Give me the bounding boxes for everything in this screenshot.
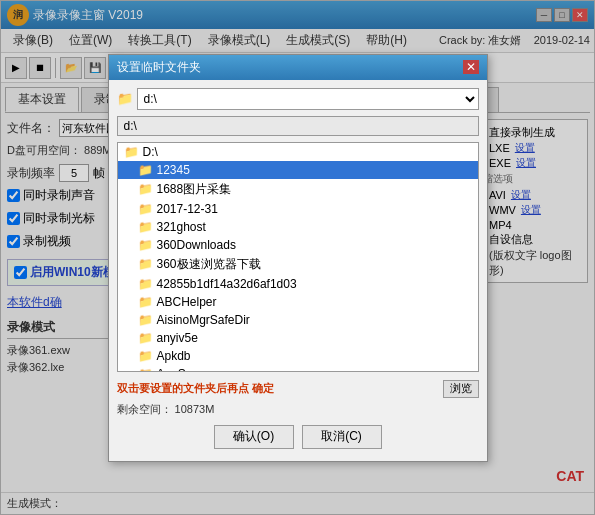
folder-icon-apkdb: 📁 xyxy=(138,349,153,363)
tree-label-aisino: AisinoMgrSafeDir xyxy=(157,313,250,327)
folder-icon-appsave: 📁 xyxy=(138,367,153,372)
dialog-title-bar: 设置临时文件夹 ✕ xyxy=(109,55,487,80)
tree-label-appsave: AppSave xyxy=(157,367,206,372)
tree-label-42855: 42855b1df14a32d6af1d03 xyxy=(157,277,297,291)
tree-label-1688: 1688图片采集 xyxy=(157,181,232,198)
cancel-button[interactable]: 取消(C) xyxy=(302,425,382,449)
tree-label-12345: 12345 xyxy=(157,163,190,177)
tree-item-anyiv5e[interactable]: 📁 anyiv5e xyxy=(118,329,478,347)
dialog-buttons: 确认(O) 取消(C) xyxy=(117,421,479,453)
space-info: 剩余空间： 10873M xyxy=(117,402,479,417)
ok-button[interactable]: 确认(O) xyxy=(214,425,294,449)
tree-item-aisino[interactable]: 📁 AisinoMgrSafeDir xyxy=(118,311,478,329)
dialog-body: 📁 d:\ d:\ 📁 D:\ xyxy=(109,80,487,380)
tree-item-2017[interactable]: 📁 2017-12-31 xyxy=(118,200,478,218)
space-label: 剩余空间： xyxy=(117,403,172,415)
tree-label-321ghost: 321ghost xyxy=(157,220,206,234)
current-path-text: d:\ xyxy=(124,119,137,133)
folder-icon-1688: 📁 xyxy=(138,182,153,196)
dialog-hint: 双击要设置的文件夹后再点 确定 xyxy=(117,381,274,396)
space-value: 10873M xyxy=(175,403,215,415)
tree-item-appsave[interactable]: 📁 AppSave xyxy=(118,365,478,372)
dialog-bottom: 双击要设置的文件夹后再点 确定 浏览 剩余空间： 10873M 确认(O) 取消… xyxy=(109,380,487,461)
tree-label-360dl: 360Downloads xyxy=(157,238,236,252)
tree-item-360dl[interactable]: 📁 360Downloads xyxy=(118,236,478,254)
drive-row: 📁 d:\ xyxy=(117,88,479,110)
folder-icon-12345: 📁 xyxy=(138,163,153,177)
tree-item-1688[interactable]: 📁 1688图片采集 xyxy=(118,179,478,200)
dialog-overlay: 设置临时文件夹 ✕ 📁 d:\ d:\ xyxy=(1,1,594,514)
tree-item-360browser[interactable]: 📁 360极速浏览器下载 xyxy=(118,254,478,275)
folder-icon-anyiv5e: 📁 xyxy=(138,331,153,345)
tree-label-apkdb: Apkdb xyxy=(157,349,191,363)
tree-label-abchelper: ABCHelper xyxy=(157,295,217,309)
tree-item-12345[interactable]: 📁 12345 xyxy=(118,161,478,179)
tree-item-abchelper[interactable]: 📁 ABCHelper xyxy=(118,293,478,311)
folder-icon-321ghost: 📁 xyxy=(138,220,153,234)
tree-label-anyiv5e: anyiv5e xyxy=(157,331,198,345)
tree-item-42855[interactable]: 📁 42855b1df14a32d6af1d03 xyxy=(118,275,478,293)
folder-icon-2017: 📁 xyxy=(138,202,153,216)
tree-item-321ghost[interactable]: 📁 321ghost xyxy=(118,218,478,236)
folder-icon-abchelper: 📁 xyxy=(138,295,153,309)
directory-tree[interactable]: 📁 D:\ 📁 12345 📁 1688图片采集 📁 2017-12-31 xyxy=(117,142,479,372)
folder-icon-360browser: 📁 xyxy=(138,257,153,271)
folder-icon-large: 📁 xyxy=(117,91,133,106)
tree-label-root: D:\ xyxy=(143,145,158,159)
dialog-close-button[interactable]: ✕ xyxy=(463,60,479,74)
tree-item-root[interactable]: 📁 D:\ xyxy=(118,143,478,161)
dialog-browse-btn[interactable]: 浏览 xyxy=(443,380,479,398)
dialog-title-text: 设置临时文件夹 xyxy=(117,59,201,76)
dialog-temp-folder: 设置临时文件夹 ✕ 📁 d:\ d:\ xyxy=(108,54,488,462)
folder-icon-root: 📁 xyxy=(124,145,139,159)
tree-label-2017: 2017-12-31 xyxy=(157,202,218,216)
current-path-display: d:\ xyxy=(117,116,479,136)
folder-icon-360dl: 📁 xyxy=(138,238,153,252)
tree-item-apkdb[interactable]: 📁 Apkdb xyxy=(118,347,478,365)
drive-select[interactable]: d:\ xyxy=(137,88,479,110)
tree-label-360browser: 360极速浏览器下载 xyxy=(157,256,261,273)
folder-icon-42855: 📁 xyxy=(138,277,153,291)
folder-icon-aisino: 📁 xyxy=(138,313,153,327)
